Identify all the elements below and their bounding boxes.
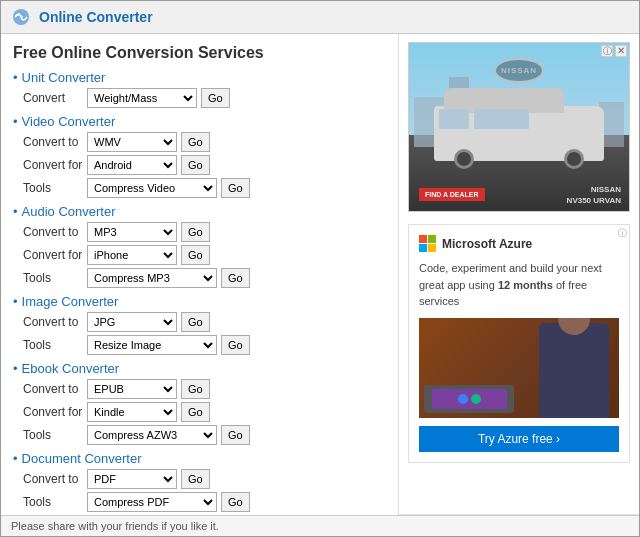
image-convert-to-row: Convert to JPG Go	[23, 312, 386, 332]
image-converter-section: • Image Converter Convert to JPG Go Tool…	[13, 294, 386, 355]
azure-square-blue	[419, 244, 427, 252]
bottom-bar-text: Please share with your friends if you li…	[11, 520, 219, 532]
audio-tools-select[interactable]: Compress MP3	[87, 268, 217, 288]
video-converter-link[interactable]: Video Converter	[22, 114, 116, 129]
video-device-select[interactable]: Android	[87, 155, 177, 175]
laptop-screen	[432, 389, 507, 409]
audio-format-go-button[interactable]: Go	[181, 222, 210, 242]
unit-convert-label: Convert	[23, 91, 83, 105]
app-window: Online Converter Free Online Conversion …	[0, 0, 640, 537]
image-format-go-button[interactable]: Go	[181, 312, 210, 332]
ebook-device-go-button[interactable]: Go	[181, 402, 210, 422]
ebook-tools-go-button[interactable]: Go	[221, 425, 250, 445]
azure-woman-image	[419, 318, 619, 418]
audio-converter-link[interactable]: Audio Converter	[22, 204, 116, 219]
unit-type-select[interactable]: Weight/Mass	[87, 88, 197, 108]
nissan-windshield	[439, 109, 469, 129]
video-tools-go-button[interactable]: Go	[221, 178, 250, 198]
azure-try-free-button[interactable]: Try Azure free ›	[419, 426, 619, 452]
ebook-convert-to-row: Convert to EPUB Go	[23, 379, 386, 399]
ebook-convert-for-row: Convert for Kindle Go	[23, 402, 386, 422]
audio-device-select[interactable]: iPhone	[87, 245, 177, 265]
nissan-logo: NISSAN	[494, 58, 544, 83]
azure-logo	[419, 235, 436, 252]
audio-converter-header: • Audio Converter	[13, 204, 386, 219]
ebook-converter-section: • Ebook Converter Convert to EPUB Go Con…	[13, 361, 386, 445]
nissan-model-text: NISSANNV350 URVAN	[567, 185, 621, 206]
bullet-document: •	[13, 451, 18, 466]
document-format-select[interactable]: PDF	[87, 469, 177, 489]
image-tools-go-button[interactable]: Go	[221, 335, 250, 355]
document-converter-link[interactable]: Document Converter	[22, 451, 142, 466]
app-icon	[11, 7, 31, 27]
azure-ad-title: Microsoft Azure	[442, 237, 532, 251]
azure-ad-header: Microsoft Azure	[419, 235, 619, 252]
video-device-go-button[interactable]: Go	[181, 155, 210, 175]
woman-body	[539, 323, 609, 418]
nissan-van-body	[434, 106, 604, 161]
nissan-wheel-front	[454, 149, 474, 169]
unit-converter-header: • Unit Converter	[13, 70, 386, 85]
document-format-go-button[interactable]: Go	[181, 469, 210, 489]
azure-square-red	[419, 235, 427, 243]
azure-logo-squares	[419, 235, 436, 252]
page-title: Free Online Conversion Services	[13, 44, 386, 62]
video-format-go-button[interactable]: Go	[181, 132, 210, 152]
document-convert-to-label: Convert to	[23, 472, 83, 486]
ebook-convert-for-label: Convert for	[23, 405, 83, 419]
document-converter-section: • Document Converter Convert to PDF Go T…	[13, 451, 386, 512]
image-tools-row: Tools Resize Image Go	[23, 335, 386, 355]
document-tools-row: Tools Compress PDF Go	[23, 492, 386, 512]
nissan-side-window	[474, 109, 529, 129]
ebook-converter-header: • Ebook Converter	[13, 361, 386, 376]
circle-green	[471, 394, 481, 404]
image-convert-to-label: Convert to	[23, 315, 83, 329]
video-tools-row: Tools Compress Video Go	[23, 178, 386, 198]
azure-ad-container[interactable]: ⓘ Microsoft Azure C	[408, 224, 630, 463]
video-convert-for-row: Convert for Android Go	[23, 155, 386, 175]
image-tools-label: Tools	[23, 338, 83, 352]
audio-convert-for-row: Convert for iPhone Go	[23, 245, 386, 265]
video-converter-section: • Video Converter Convert to WMV Go Conv…	[13, 114, 386, 198]
ebook-tools-label: Tools	[23, 428, 83, 442]
ebook-tools-select[interactable]: Compress AZW3	[87, 425, 217, 445]
video-format-select[interactable]: WMV	[87, 132, 177, 152]
unit-go-button[interactable]: Go	[201, 88, 230, 108]
video-converter-header: • Video Converter	[13, 114, 386, 129]
audio-device-go-button[interactable]: Go	[181, 245, 210, 265]
nissan-ad[interactable]: NISSAN FIND A DEALER NISSANNV350 URVAN ⓘ	[408, 42, 630, 212]
bullet-audio: •	[13, 204, 18, 219]
video-tools-select[interactable]: Compress Video	[87, 178, 217, 198]
video-tools-label: Tools	[23, 181, 83, 195]
ebook-convert-to-label: Convert to	[23, 382, 83, 396]
unit-converter-link[interactable]: Unit Converter	[22, 70, 106, 85]
ebook-tools-row: Tools Compress AZW3 Go	[23, 425, 386, 445]
nissan-ad-info-btn[interactable]: ⓘ	[601, 45, 613, 57]
woman-torso	[539, 323, 609, 418]
main-content: Free Online Conversion Services • Unit C…	[1, 34, 399, 515]
ebook-device-select[interactable]: Kindle	[87, 402, 177, 422]
ad-top: NISSAN FIND A DEALER NISSANNV350 URVAN ⓘ	[399, 34, 639, 515]
image-converter-link[interactable]: Image Converter	[22, 294, 119, 309]
audio-format-select[interactable]: MP3	[87, 222, 177, 242]
audio-tools-row: Tools Compress MP3 Go	[23, 268, 386, 288]
title-bar: Online Converter	[1, 1, 639, 34]
ebook-converter-link[interactable]: Ebook Converter	[22, 361, 120, 376]
ebook-format-go-button[interactable]: Go	[181, 379, 210, 399]
nissan-find-dealer-btn[interactable]: FIND A DEALER	[419, 188, 485, 201]
ebook-format-select[interactable]: EPUB	[87, 379, 177, 399]
unit-convert-row: Convert Weight/Mass Go	[23, 88, 386, 108]
azure-square-yellow	[428, 244, 436, 252]
nissan-ad-close-btn[interactable]: ✕	[615, 45, 627, 57]
image-tools-select[interactable]: Resize Image	[87, 335, 217, 355]
image-format-select[interactable]: JPG	[87, 312, 177, 332]
audio-tools-go-button[interactable]: Go	[221, 268, 250, 288]
unit-converter-section: • Unit Converter Convert Weight/Mass Go	[13, 70, 386, 108]
document-converter-header: • Document Converter	[13, 451, 386, 466]
bullet-image: •	[13, 294, 18, 309]
azure-square-green	[428, 235, 436, 243]
azure-ad-info-btn[interactable]: ⓘ	[618, 227, 627, 240]
document-tools-go-button[interactable]: Go	[221, 492, 250, 512]
document-tools-select[interactable]: Compress PDF	[87, 492, 217, 512]
content-area: Free Online Conversion Services • Unit C…	[1, 34, 639, 515]
